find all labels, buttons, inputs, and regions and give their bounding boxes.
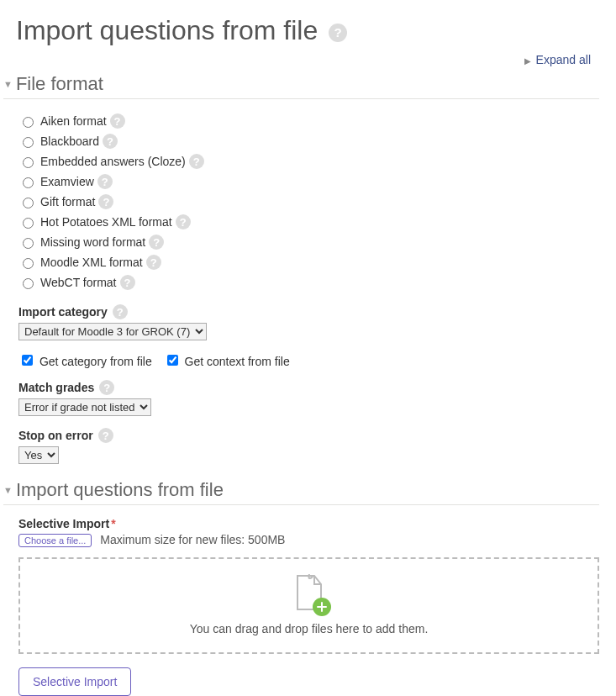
help-icon[interactable]: ? [149,235,164,250]
format-label: WebCT format [40,276,117,289]
format-radio-blackboard[interactable] [23,137,34,148]
format-radio-hotpot[interactable] [23,218,34,229]
format-label: Moodle XML format [40,256,143,269]
format-radio-examview[interactable] [23,177,34,188]
format-label: Blackboard [40,134,99,148]
match-grades-select[interactable]: Error if grade not listed [18,398,151,416]
format-label: Aiken format [40,114,107,128]
format-label: Hot Potatoes XML format [40,215,172,229]
help-icon[interactable]: ? [146,255,161,270]
format-label: Embedded answers (Cloze) [40,155,186,168]
help-icon[interactable]: ? [113,304,128,319]
page-title: Import questions from file ? [16,15,599,46]
help-icon[interactable]: ? [329,24,347,42]
help-icon[interactable]: ? [98,428,113,443]
get-context-checkbox-label: Get context from file [164,355,290,368]
stop-on-error-label: Stop on error ? [18,428,599,443]
help-icon[interactable]: ? [176,214,191,229]
import-category-label: Import category ? [18,304,599,319]
format-label: Missing word format [40,235,145,249]
help-icon[interactable]: ? [110,113,125,129]
file-icon [292,574,326,613]
caret-down-icon: ▼ [3,485,13,495]
help-icon[interactable]: ? [99,380,114,395]
format-radio-aiken[interactable] [23,117,34,128]
format-label: Gift format [40,195,95,208]
required-indicator: * [111,517,115,530]
format-radio-webct[interactable] [23,278,34,289]
plus-icon [313,598,331,616]
help-icon[interactable]: ? [189,154,204,169]
help-icon[interactable]: ? [98,194,113,209]
format-radio-missingword[interactable] [23,238,34,249]
help-icon[interactable]: ? [120,275,135,290]
caret-down-icon: ▼ [3,79,13,89]
get-category-checkbox-label: Get category from file [18,355,155,368]
format-radio-moodlexml[interactable] [23,258,34,269]
import-file-section-toggle[interactable]: ▼ Import questions from file [3,479,599,505]
file-format-heading: File format [16,73,103,95]
get-category-checkbox[interactable] [22,355,33,366]
dropzone-hint: You can drag and drop files here to add … [29,622,589,635]
help-icon[interactable]: ? [103,134,118,149]
format-label: Examview [40,175,94,188]
file-dropzone[interactable]: You can drag and drop files here to add … [18,557,599,654]
max-size-text: Maximum size for new files: 500MB [100,533,285,546]
choose-file-button[interactable]: Choose a file... [18,534,92,547]
format-radio-cloze[interactable] [23,157,34,168]
match-grades-label: Match grades ? [18,380,599,395]
import-file-heading: Import questions from file [16,479,224,501]
caret-right-icon: ▶ [524,56,531,66]
format-radio-gift[interactable] [23,198,34,208]
expand-all-link[interactable]: ▶ Expand all [524,53,591,66]
get-context-checkbox[interactable] [167,355,178,366]
file-format-section-toggle[interactable]: ▼ File format [3,73,599,99]
stop-on-error-select[interactable]: Yes [18,446,59,464]
help-icon[interactable]: ? [97,174,113,189]
import-category-select[interactable]: Default for Moodle 3 for GROK (7) [18,323,207,340]
selective-import-label: Selective Import * [18,517,599,530]
selective-import-button[interactable]: Selective Import [18,667,131,696]
